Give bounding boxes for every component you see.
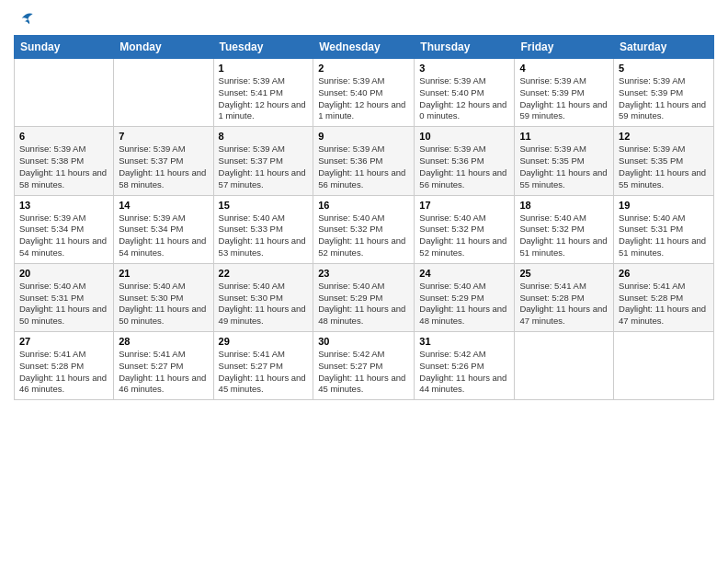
day-info: Sunrise: 5:40 AMSunset: 5:32 PMDaylight:… [419,213,509,259]
weekday-header-sunday: Sunday [15,36,114,59]
day-number: 16 [318,200,409,211]
day-number: 9 [318,131,409,142]
calendar-cell [614,332,714,400]
calendar-cell: 9Sunrise: 5:39 AMSunset: 5:36 PMDaylight… [313,127,415,195]
day-info: Sunrise: 5:39 AMSunset: 5:35 PMDaylight:… [619,144,709,190]
calendar-cell: 27Sunrise: 5:41 AMSunset: 5:28 PMDayligh… [15,332,114,400]
day-number: 22 [219,268,309,279]
day-number: 28 [119,336,208,347]
day-number: 18 [519,200,609,211]
calendar-cell: 7Sunrise: 5:39 AMSunset: 5:37 PMDaylight… [114,127,213,195]
calendar-cell: 31Sunrise: 5:42 AMSunset: 5:26 PMDayligh… [415,332,515,400]
day-info: Sunrise: 5:39 AMSunset: 5:37 PMDaylight:… [219,144,309,190]
day-info: Sunrise: 5:39 AMSunset: 5:39 PMDaylight:… [619,75,709,122]
day-number: 7 [119,131,208,142]
day-info: Sunrise: 5:41 AMSunset: 5:28 PMDaylight:… [19,349,108,396]
weekday-header-friday: Friday [515,36,614,59]
calendar-cell: 16Sunrise: 5:40 AMSunset: 5:32 PMDayligh… [313,195,415,263]
day-number: 26 [619,268,709,279]
day-info: Sunrise: 5:39 AMSunset: 5:36 PMDaylight:… [318,144,409,190]
day-info: Sunrise: 5:41 AMSunset: 5:27 PMDaylight:… [219,349,309,396]
calendar-cell: 14Sunrise: 5:39 AMSunset: 5:34 PMDayligh… [114,195,213,263]
calendar-cell [515,332,614,400]
calendar-cell: 28Sunrise: 5:41 AMSunset: 5:27 PMDayligh… [114,332,213,400]
calendar-cell: 21Sunrise: 5:40 AMSunset: 5:30 PMDayligh… [114,263,213,331]
day-number: 30 [318,336,409,347]
calendar-cell [114,59,213,127]
day-number: 29 [219,336,309,347]
day-info: Sunrise: 5:40 AMSunset: 5:31 PMDaylight:… [19,281,108,327]
day-number: 12 [619,131,709,142]
day-info: Sunrise: 5:42 AMSunset: 5:26 PMDaylight:… [419,349,509,396]
day-number: 25 [519,268,609,279]
day-info: Sunrise: 5:39 AMSunset: 5:35 PMDaylight:… [519,144,609,190]
day-info: Sunrise: 5:40 AMSunset: 5:31 PMDaylight:… [619,213,709,259]
calendar-cell: 22Sunrise: 5:40 AMSunset: 5:30 PMDayligh… [213,263,313,331]
weekday-header-saturday: Saturday [614,36,714,59]
day-info: Sunrise: 5:41 AMSunset: 5:28 PMDaylight:… [619,281,709,327]
weekday-header-thursday: Thursday [415,36,515,59]
day-number: 27 [19,336,108,347]
calendar-cell: 23Sunrise: 5:40 AMSunset: 5:29 PMDayligh… [313,263,415,331]
calendar-cell: 1Sunrise: 5:39 AMSunset: 5:41 PMDaylight… [213,59,313,127]
day-number: 20 [19,268,108,279]
day-number: 6 [19,131,108,142]
day-info: Sunrise: 5:42 AMSunset: 5:27 PMDaylight:… [318,349,409,396]
day-info: Sunrise: 5:39 AMSunset: 5:39 PMDaylight:… [519,75,609,122]
calendar-cell: 13Sunrise: 5:39 AMSunset: 5:34 PMDayligh… [15,195,114,263]
day-number: 13 [19,200,108,211]
calendar-cell: 3Sunrise: 5:39 AMSunset: 5:40 PMDaylight… [415,59,515,127]
day-number: 15 [219,200,309,211]
calendar-cell: 19Sunrise: 5:40 AMSunset: 5:31 PMDayligh… [614,195,714,263]
day-info: Sunrise: 5:39 AMSunset: 5:36 PMDaylight:… [419,144,509,190]
day-number: 1 [219,63,309,74]
day-number: 5 [619,63,709,74]
day-number: 11 [519,131,609,142]
day-number: 8 [219,131,309,142]
day-info: Sunrise: 5:40 AMSunset: 5:30 PMDaylight:… [119,281,208,327]
page-header [14,9,714,28]
calendar-cell: 5Sunrise: 5:39 AMSunset: 5:39 PMDaylight… [614,59,714,127]
day-info: Sunrise: 5:41 AMSunset: 5:27 PMDaylight:… [119,349,208,396]
calendar-cell: 17Sunrise: 5:40 AMSunset: 5:32 PMDayligh… [415,195,515,263]
calendar-cell: 2Sunrise: 5:39 AMSunset: 5:40 PMDaylight… [313,59,415,127]
calendar-cell: 18Sunrise: 5:40 AMSunset: 5:32 PMDayligh… [515,195,614,263]
calendar-cell: 6Sunrise: 5:39 AMSunset: 5:38 PMDaylight… [15,127,114,195]
day-info: Sunrise: 5:39 AMSunset: 5:41 PMDaylight:… [219,75,309,122]
calendar-cell: 8Sunrise: 5:39 AMSunset: 5:37 PMDaylight… [213,127,313,195]
calendar-cell [15,59,114,127]
day-info: Sunrise: 5:39 AMSunset: 5:40 PMDaylight:… [318,75,409,122]
day-info: Sunrise: 5:40 AMSunset: 5:29 PMDaylight:… [419,281,509,327]
day-info: Sunrise: 5:41 AMSunset: 5:28 PMDaylight:… [519,281,609,327]
day-number: 2 [318,63,409,74]
calendar-cell: 24Sunrise: 5:40 AMSunset: 5:29 PMDayligh… [415,263,515,331]
calendar-cell: 4Sunrise: 5:39 AMSunset: 5:39 PMDaylight… [515,59,614,127]
calendar-cell: 12Sunrise: 5:39 AMSunset: 5:35 PMDayligh… [614,127,714,195]
day-info: Sunrise: 5:40 AMSunset: 5:33 PMDaylight:… [219,213,309,259]
day-number: 19 [619,200,709,211]
day-number: 31 [419,336,509,347]
day-info: Sunrise: 5:39 AMSunset: 5:40 PMDaylight:… [419,75,509,122]
day-number: 4 [519,63,609,74]
calendar-cell: 11Sunrise: 5:39 AMSunset: 5:35 PMDayligh… [515,127,614,195]
calendar-table: SundayMondayTuesdayWednesdayThursdayFrid… [14,35,714,400]
day-info: Sunrise: 5:40 AMSunset: 5:29 PMDaylight:… [318,281,409,327]
day-info: Sunrise: 5:40 AMSunset: 5:32 PMDaylight:… [519,213,609,259]
calendar-cell: 15Sunrise: 5:40 AMSunset: 5:33 PMDayligh… [213,195,313,263]
calendar-cell: 10Sunrise: 5:39 AMSunset: 5:36 PMDayligh… [415,127,515,195]
calendar-cell: 26Sunrise: 5:41 AMSunset: 5:28 PMDayligh… [614,263,714,331]
day-number: 14 [119,200,208,211]
day-info: Sunrise: 5:39 AMSunset: 5:34 PMDaylight:… [19,213,108,259]
weekday-header-tuesday: Tuesday [213,36,313,59]
day-number: 23 [318,268,409,279]
day-info: Sunrise: 5:40 AMSunset: 5:32 PMDaylight:… [318,213,409,259]
logo-bird-icon [16,9,34,28]
day-info: Sunrise: 5:39 AMSunset: 5:37 PMDaylight:… [119,144,208,190]
day-info: Sunrise: 5:40 AMSunset: 5:30 PMDaylight:… [219,281,309,327]
weekday-header-wednesday: Wednesday [313,36,415,59]
day-number: 3 [419,63,509,74]
calendar-cell: 29Sunrise: 5:41 AMSunset: 5:27 PMDayligh… [213,332,313,400]
day-info: Sunrise: 5:39 AMSunset: 5:38 PMDaylight:… [19,144,108,190]
calendar-cell: 20Sunrise: 5:40 AMSunset: 5:31 PMDayligh… [15,263,114,331]
weekday-header-monday: Monday [114,36,213,59]
